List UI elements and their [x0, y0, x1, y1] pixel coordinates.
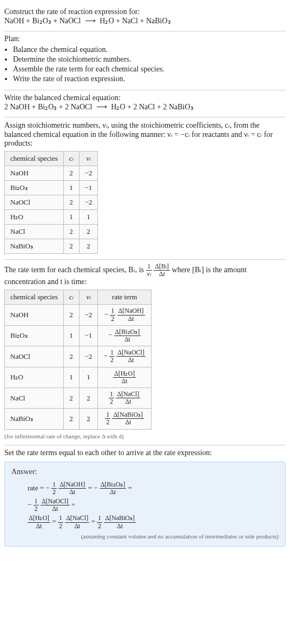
stoich-section: Assign stoichiometric numbers, νᵢ, using… [4, 117, 286, 260]
cell-v: 2 [79, 387, 98, 408]
cell-species: NaOH [5, 305, 64, 325]
fraction-icon: Δ[Bᵢ]Δt [154, 263, 170, 278]
stoich-table: chemical species cᵢ νᵢ NaOH2−2 Bi₂O₃1−1 … [4, 151, 98, 254]
cell-v: −1 [79, 181, 98, 195]
table-header-row: chemical species cᵢ νᵢ rate term [5, 290, 151, 305]
rate-term-section: The rate term for each chemical species,… [4, 260, 286, 445]
cell-c: 2 [63, 195, 79, 210]
plan-item: Determine the stoichiometric numbers. [13, 55, 286, 64]
final-heading: Set the rate terms equal to each other t… [4, 449, 286, 457]
balanced-lhs: 2 NaOH + Bi₂O₃ + 2 NaOCl [4, 103, 92, 111]
cell-species: NaOCl [5, 346, 64, 367]
table-row: NaOCl2−2 [5, 195, 98, 210]
balanced-heading: Write the balanced chemical equation: [4, 94, 286, 102]
cell-c: 1 [63, 325, 79, 346]
answer-equation: rate = − 12 Δ[NaOH]Δt = − Δ[Bi₂O₃]Δt = −… [11, 479, 279, 530]
final-section: Set the rate terms equal to each other t… [4, 445, 286, 553]
cell-species: H₂O [5, 210, 64, 225]
fraction-icon: 1νᵢ [146, 263, 152, 278]
cell-c: 2 [63, 346, 79, 367]
cell-species: NaCl [5, 225, 64, 239]
table-row: H₂O11Δ[H₂O]Δt [5, 367, 151, 387]
col-rate-term: rate term [98, 290, 151, 305]
reaction-arrow-icon: ⟶ [94, 103, 109, 111]
cell-rate-term: − 12 Δ[NaOH]Δt [98, 305, 151, 325]
cell-c: 2 [63, 239, 79, 254]
rate-term: Δ[H₂O]Δt [28, 517, 50, 525]
rate-term: − Δ[Bi₂O₃]Δt [94, 484, 126, 492]
table-row: NaBiO₃2212 Δ[NaBiO₃]Δt [5, 409, 151, 429]
rate-term: 12 Δ[NaBiO₃]Δt [97, 517, 136, 525]
answer-label: Answer: [11, 468, 279, 476]
reaction-arrow-icon: ⟶ [83, 17, 98, 25]
cell-species: NaOCl [5, 195, 64, 210]
table-row: NaOH2−2 [5, 166, 98, 181]
cell-c: 2 [63, 225, 79, 239]
cell-rate-term: 12 Δ[NaCl]Δt [98, 387, 151, 408]
rate-term: − 12 Δ[NaOH]Δt [104, 310, 145, 318]
table-row: H₂O11 [5, 210, 98, 225]
plan-section: Plan: Balance the chemical equation. Det… [4, 31, 286, 90]
col-vi: νᵢ [79, 152, 98, 166]
cell-v: −2 [79, 195, 98, 210]
rate-label: rate = [28, 484, 45, 492]
cell-v: −2 [79, 166, 98, 181]
prompt-line: Construct the rate of reaction expressio… [4, 8, 286, 16]
equals-sign: = [126, 484, 132, 492]
cell-species: NaBiO₃ [5, 409, 64, 429]
unbalanced-equation: NaOH + Bi₂O₃ + NaOCl ⟶ H₂O + NaCl + NaBi… [4, 16, 286, 25]
cell-species: Bi₂O₃ [5, 181, 64, 195]
col-species: chemical species [5, 290, 64, 305]
cell-species: NaBiO₃ [5, 239, 64, 254]
balanced-equation: 2 NaOH + Bi₂O₃ + 2 NaOCl ⟶ H₂O + 2 NaCl … [4, 102, 286, 111]
answer-box: Answer: rate = − 12 Δ[NaOH]Δt = − Δ[Bi₂O… [4, 462, 286, 547]
rate-term: Δ[H₂O]Δt [113, 372, 136, 380]
table-row: Bi₂O₃1−1 [5, 181, 98, 195]
cell-v: −2 [79, 305, 98, 325]
table-row: NaCl22 [5, 225, 98, 239]
rate-term: 12 Δ[NaBiO₃]Δt [105, 414, 144, 422]
cell-c: 2 [63, 387, 79, 408]
equals-sign: = [50, 517, 58, 525]
stoich-heading: Assign stoichiometric numbers, νᵢ, using… [4, 121, 286, 148]
rate-term-table: chemical species cᵢ νᵢ rate term NaOH2−2… [4, 290, 151, 429]
balanced-rhs: H₂O + 2 NaCl + 2 NaBiO₃ [111, 103, 193, 111]
balanced-section: Write the balanced chemical equation: 2 … [4, 90, 286, 117]
cell-species: Bi₂O₃ [5, 325, 64, 346]
generic-rate-term: 1νᵢ Δ[Bᵢ]Δt [146, 266, 172, 274]
rate-term: 12 Δ[NaCl]Δt [58, 517, 89, 525]
cell-c: 2 [63, 409, 79, 429]
col-vi: νᵢ [79, 290, 98, 305]
table-row: NaOH2−2− 12 Δ[NaOH]Δt [5, 305, 151, 325]
rate-term: 12 Δ[NaCl]Δt [109, 393, 140, 402]
answer-note: (assuming constant volume and no accumul… [11, 533, 279, 540]
col-ci: cᵢ [63, 152, 79, 166]
plan-item: Assemble the rate term for each chemical… [13, 65, 286, 74]
table-row: NaOCl2−2− 12 Δ[NaOCl]Δt [5, 346, 151, 367]
cell-c: 1 [63, 181, 79, 195]
eq-lhs: NaOH + Bi₂O₃ + NaOCl [4, 17, 81, 25]
rate-term: − 12 Δ[NaOCl]Δt [28, 501, 70, 509]
table-row: NaCl2212 Δ[NaCl]Δt [5, 387, 151, 408]
table-row: NaBiO₃22 [5, 239, 98, 254]
cell-rate-term: 12 Δ[NaBiO₃]Δt [98, 409, 151, 429]
prompt-section: Construct the rate of reaction expressio… [4, 4, 286, 31]
cell-v: 2 [79, 239, 98, 254]
rate-term: − Δ[Bi₂O₃]Δt [108, 331, 141, 339]
plan-item: Write the rate of reaction expression. [13, 75, 286, 83]
cell-c: 2 [63, 305, 79, 325]
equals-sign: = [70, 501, 76, 509]
cell-species: NaCl [5, 387, 64, 408]
rate-term: − 12 Δ[NaOCl]Δt [103, 352, 146, 360]
plan-item: Balance the chemical equation. [13, 45, 286, 54]
rate-term-intro: The rate term for each chemical species,… [4, 263, 286, 286]
eq-rhs: H₂O + NaCl + NaBiO₃ [100, 17, 170, 25]
col-ci: cᵢ [63, 290, 79, 305]
cell-rate-term: Δ[H₂O]Δt [98, 367, 151, 387]
delta-note: (for infinitesimal rate of change, repla… [4, 433, 286, 439]
plan-heading: Plan: [4, 35, 286, 43]
cell-v: 1 [79, 210, 98, 225]
equals-sign: = [86, 484, 94, 492]
cell-rate-term: − Δ[Bi₂O₃]Δt [98, 325, 151, 346]
cell-v: 1 [79, 367, 98, 387]
